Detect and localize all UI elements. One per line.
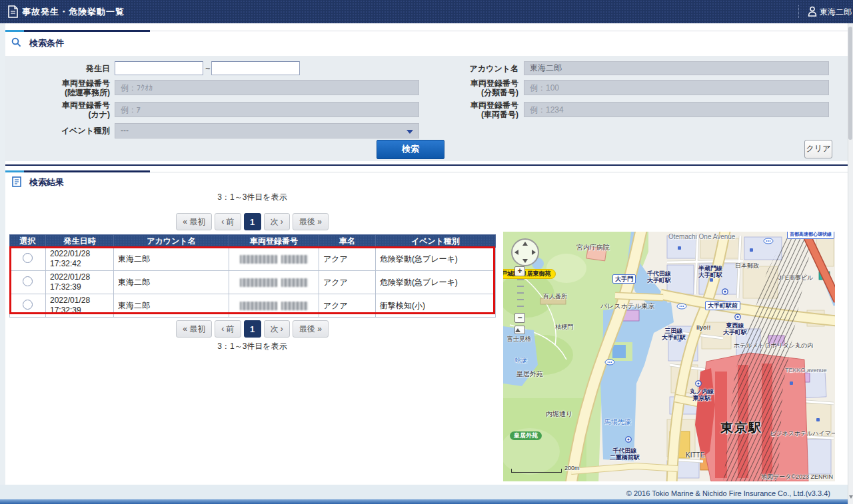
map-scale-bar: [511, 469, 562, 473]
map-label-tozai-otemachi: 東西線 大手町駅: [723, 322, 747, 336]
map-label-babasaki-moat: 馬場先濠: [604, 418, 631, 426]
map-pan-control[interactable]: [511, 238, 539, 266]
vehicle-no-input: [524, 102, 829, 117]
chevron-down-icon: [407, 130, 413, 134]
search-section-title: 検索条件: [29, 37, 64, 49]
panel-bottom-rule: [5, 164, 848, 166]
col-header-vehicle-no: 車両登録番号: [229, 235, 319, 248]
map-overview-toggle[interactable]: [514, 326, 525, 334]
map-zoom-slider[interactable]: [517, 279, 524, 311]
class-no-label: 車両登録番号 (分類番号): [413, 79, 518, 97]
map-label-shuto-expwy: 首都高速都心環状線: [787, 232, 834, 239]
row-radio[interactable]: [23, 276, 33, 286]
map-scale-label: 200m: [564, 465, 580, 471]
footer-accent-bar: [0, 499, 853, 504]
map-label-kitte: KITTE: [686, 451, 704, 459]
cell-datetime: 2022/01/2817:32:39: [46, 294, 114, 318]
page-title: 事故発生・危険挙動一覧: [22, 6, 125, 18]
class-no-input: [524, 80, 829, 95]
scrollbar-down-arrow-icon[interactable]: [849, 495, 853, 499]
results-table: 選択 発生日時 アカウント名 車両登録番号 車名 イベント種別 2022/01/…: [9, 234, 496, 318]
pagination-first-button[interactable]: « 最初: [176, 213, 212, 230]
cell-account: 東海二郎: [114, 271, 229, 294]
user-name[interactable]: 東海二郎: [820, 7, 852, 18]
cell-event-type: 危険挙動(急ブレーキ): [376, 271, 496, 294]
cell-vehicle-no-redacted: [229, 294, 319, 318]
map-label-fujimi-yagura: 富士見櫓: [507, 336, 531, 342]
scrollbar-thumb[interactable]: [848, 27, 852, 140]
copyright-text: © 2016 Tokio Marine & Nichido Fire Insur…: [0, 489, 830, 497]
date-separator: ~: [205, 63, 211, 73]
date-from-input[interactable]: [115, 61, 203, 75]
col-header-datetime: 発生日時: [46, 235, 114, 248]
map-label-hyakunin-bansho: 百人番所: [543, 293, 567, 300]
col-header-car-name: 車名: [319, 235, 376, 248]
result-count-top: 3：1～3件目を表示: [9, 192, 495, 203]
reg-office-input: [115, 80, 419, 95]
event-type-select[interactable]: ---: [115, 123, 419, 138]
pan-left-icon[interactable]: [514, 250, 518, 255]
search-button[interactable]: 検索: [377, 140, 444, 159]
date-to-input[interactable]: [211, 61, 300, 75]
cell-datetime: 2022/01/2817:32:42: [46, 248, 114, 271]
account-label: アカウント名: [413, 64, 518, 73]
map-label-tokyo-station: 東京駅: [720, 421, 762, 435]
map-label-nihon-yusei: 日本郵政: [735, 262, 759, 269]
row-radio[interactable]: [23, 300, 33, 310]
map-label-jfe-bldg: JFE商事ビル: [778, 274, 813, 281]
pan-right-icon[interactable]: [532, 250, 536, 255]
cell-event-type: 衝撃検知(小): [376, 294, 496, 318]
pagination-top: « 最初 ‹ 前 1 次 › 最後 »: [9, 213, 495, 230]
cell-event-type: 危険挙動(急ブレーキ): [376, 248, 496, 271]
table-row: 2022/01/2817:32:42 東海二郎 アクア 危険挙動(急ブレーキ): [10, 248, 496, 271]
map-zoom-out-button[interactable]: −: [514, 313, 525, 323]
pagination-prev-button[interactable]: ‹ 前: [215, 213, 241, 230]
app-header: 事故発生・危険挙動一覧 東海二郎: [0, 0, 853, 23]
arrow-up-icon: [515, 328, 520, 332]
cell-account: 東海二郎: [114, 294, 229, 318]
map-label-edo-castle: 戸城跡 皇居東御苑: [503, 269, 556, 279]
pagination-prev-button[interactable]: ‹ 前: [215, 320, 241, 338]
kana-label: 車両登録番号 (カナ): [5, 101, 110, 119]
cell-car-name: アクア: [319, 248, 376, 271]
kana-input: [115, 102, 419, 117]
date-label: 発生日: [5, 64, 110, 73]
map-label-otemachi-avenue: Otemachi One Avenue: [668, 233, 735, 241]
pagination-next-button[interactable]: 次 ›: [264, 213, 290, 230]
user-icon: [808, 6, 817, 17]
result-count-bottom: 3：1～3件目を表示: [9, 341, 495, 352]
cell-datetime: 2022/01/2817:32:39: [46, 271, 114, 294]
map-label-marunouchi-tokyo: 丸ノ内線 東京駅: [690, 388, 714, 402]
map-label-kunaicho-hospital: 宮内庁病院: [576, 244, 610, 252]
pagination-last-button[interactable]: 最後 »: [293, 213, 329, 230]
map-label-kokyo-gaien-pill: 皇居外苑: [510, 431, 542, 440]
pan-up-icon[interactable]: [522, 242, 528, 246]
map-label-tekko-avenue: TEKKO avenue: [785, 367, 827, 374]
map-label-chiyoda-otemachi: 千代田線 大手町駅: [647, 270, 671, 284]
map-canvas[interactable]: Otemachi One Avenue 首都高速都心環状線 宮内庁病院 戸城跡 …: [503, 232, 835, 481]
map-label-otemon: 大手門: [612, 274, 636, 284]
search-icon: [11, 37, 21, 47]
map-label-nijubashimae: 千代田線 二重橋前駅: [610, 447, 640, 461]
clear-button[interactable]: クリア: [804, 140, 832, 158]
pagination-next-button[interactable]: 次 ›: [264, 320, 290, 338]
pagination-bottom: « 最初 ‹ 前 1 次 › 最後 »: [9, 320, 495, 338]
col-header-event-type: イベント種別: [376, 235, 496, 248]
col-header-account: アカウント名: [114, 235, 229, 248]
map-zoom-in-button[interactable]: +: [514, 266, 525, 276]
reg-office-label: 車両登録番号 (陸運事務所): [5, 79, 110, 97]
pagination-last-button[interactable]: 最後 »: [293, 320, 329, 338]
row-radio[interactable]: [23, 253, 33, 263]
map-label-business-hotel: ビジネスホテルハイマート: [770, 430, 835, 437]
map-label-hanzomon-otemachi: 半蔵門線 大手町駅: [698, 265, 722, 279]
map-label-hamaguri-moat: 蛤濠: [515, 357, 527, 364]
vehicle-no-label: 車両登録番号 (車両番号): [413, 101, 518, 119]
cell-vehicle-no-redacted: [229, 248, 319, 271]
pagination-first-button[interactable]: « 最初: [176, 320, 212, 338]
pagination-current-page[interactable]: 1: [244, 320, 261, 338]
pan-down-icon[interactable]: [522, 259, 528, 263]
map-label-iiyo: iiyo!!: [696, 324, 711, 331]
pagination-current-page[interactable]: 1: [244, 213, 261, 230]
cell-account: 東海二郎: [114, 248, 229, 271]
map-label-palace-hotel: パレスホテル東京: [600, 302, 654, 310]
